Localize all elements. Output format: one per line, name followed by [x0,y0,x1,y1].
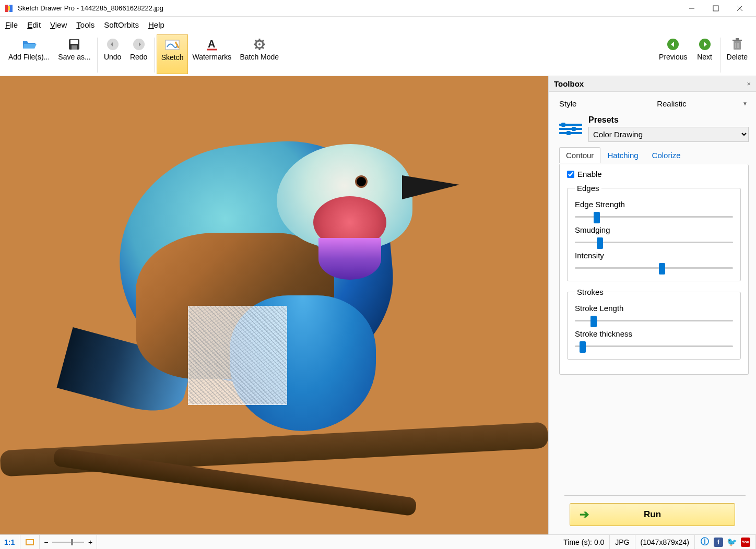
zoom-slider[interactable]: − + [40,535,97,549]
app-icon [4,4,14,13]
enable-checkbox[interactable]: Enable [567,170,741,178]
minimize-button[interactable] [680,0,704,17]
tab-content-contour: Enable Edges Edge Strength Smudging Inte… [559,164,749,375]
svg-text:A: A [208,38,215,50]
undo-button[interactable]: Undo [100,34,126,74]
toolbar: Add File(s)... Save as... Undo Redo Sket… [0,32,756,76]
save-as-button[interactable]: Save as... [54,34,95,74]
svg-line-27 [262,40,264,42]
watermark-icon: A [206,37,218,52]
tab-colorize[interactable]: Colorize [645,147,688,163]
sketch-icon [165,37,180,53]
toolbox-panel: Toolbox × Style Realistic ▼ Presets Colo… [548,76,756,534]
tab-hatching[interactable]: Hatching [600,147,645,163]
redo-button[interactable]: Redo [126,34,152,74]
smudging-label: Smudging [575,225,733,234]
presets-icon [559,120,582,138]
chevron-down-icon[interactable]: ▼ [742,101,749,106]
statusbar: 1:1 − + Time (s): 0.0 JPG (1047x879x24) … [0,534,756,549]
svg-point-19 [258,43,261,45]
menu-view[interactable]: View [50,20,67,29]
titlebar: Sketch Drawer Pro - 1442285_80661628222.… [0,0,756,17]
svg-rect-11 [72,45,77,50]
twitter-icon[interactable]: 🐦 [727,538,737,547]
watermarks-button[interactable]: A Watermarks [188,34,235,74]
redo-icon [132,37,146,52]
sketch-button[interactable]: Sketch [157,34,188,74]
save-icon [68,37,80,52]
zoom-indicator[interactable]: 1:1 [0,535,20,549]
svg-rect-2 [8,6,10,10]
toolbox-title: Toolbox [554,79,584,88]
stroke-length-slider[interactable] [575,315,733,326]
previous-icon [666,37,680,52]
previous-button[interactable]: Previous [655,34,691,74]
menu-softorbits[interactable]: SoftOrbits [104,20,139,29]
sketch-preview-overlay[interactable] [188,306,287,405]
folder-open-icon [22,37,37,52]
svg-line-24 [255,40,257,42]
edge-strength-label: Edge Strength [575,200,733,209]
stroke-length-label: Stroke Length [575,304,733,313]
stroke-thickness-label: Stroke thickness [575,329,733,338]
fit-toggle[interactable] [20,535,40,549]
style-label: Style [559,99,601,108]
svg-rect-31 [733,40,742,41]
delete-button[interactable]: Delete [723,34,752,74]
window-title: Sketch Drawer Pro - 1442285_80661628222.… [18,4,680,12]
strokes-group: Strokes Stroke Length Stroke thickness [567,288,741,360]
maximize-button[interactable] [704,0,728,17]
next-button[interactable]: Next [692,34,718,74]
presets-label: Presets [588,115,749,125]
menu-help[interactable]: Help [148,20,164,29]
undo-icon [106,37,120,52]
run-button[interactable]: ➔ Run [570,503,735,526]
image-canvas[interactable] [0,76,548,534]
stroke-thickness-slider[interactable] [575,340,733,352]
batch-mode-button[interactable]: Batch Mode [235,34,283,74]
edge-strength-slider[interactable] [575,211,733,222]
intensity-slider[interactable] [575,262,733,273]
status-time: Time (s): 0.0 [558,535,610,549]
menu-edit[interactable]: Edit [27,20,41,29]
edges-group: Edges Edge Strength Smudging Intensity [567,184,741,281]
menu-tools[interactable]: Tools [76,20,95,29]
workspace: Toolbox × Style Realistic ▼ Presets Colo… [0,76,756,534]
info-icon[interactable]: ⓘ [700,538,710,547]
intensity-label: Intensity [575,251,733,260]
status-dimensions: (1047x879x24) [635,535,695,549]
trash-icon [731,37,743,52]
svg-rect-4 [713,6,718,11]
svg-rect-10 [70,40,78,44]
svg-marker-8 [23,44,37,49]
menu-file[interactable]: File [5,20,18,29]
svg-rect-32 [736,38,739,40]
add-files-button[interactable]: Add File(s)... [4,34,54,74]
svg-rect-36 [26,540,33,545]
gear-icon [253,37,266,52]
menubar: File Edit View Tools SoftOrbits Help [0,17,756,32]
svg-line-26 [255,47,257,49]
next-icon [698,37,712,52]
presets-dropdown[interactable]: Color Drawing [588,127,749,142]
close-button[interactable] [728,0,752,17]
play-icon: ➔ [580,508,589,521]
smudging-slider[interactable] [575,236,733,248]
toolbox-close-icon[interactable]: × [747,80,751,88]
svg-line-25 [262,47,264,49]
style-dropdown[interactable]: Realistic [601,99,742,108]
status-format: JPG [610,535,635,549]
youtube-icon[interactable]: You [741,538,750,547]
facebook-icon[interactable]: f [714,538,723,547]
tab-contour[interactable]: Contour [559,147,600,163]
